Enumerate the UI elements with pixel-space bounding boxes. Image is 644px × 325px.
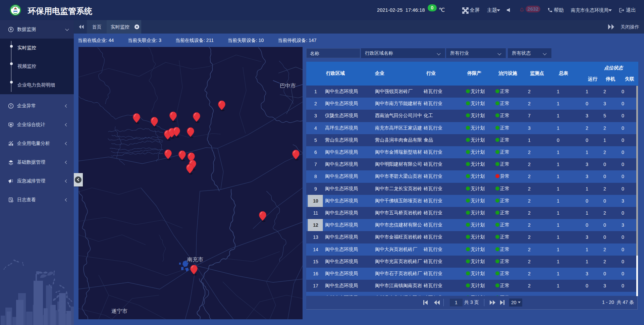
- svg-text:遂宁市: 遂宁市: [111, 308, 127, 314]
